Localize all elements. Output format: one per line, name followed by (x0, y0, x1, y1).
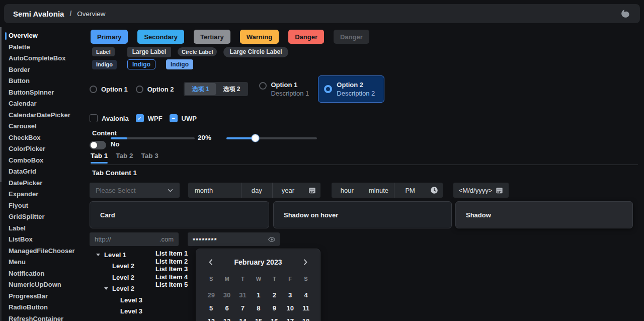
slider-2[interactable] (226, 137, 317, 139)
calendar-date-picker[interactable]: <M/d/yyyy> (453, 183, 509, 198)
segment-option[interactable]: 选项 1 (185, 83, 216, 95)
sidebar-item[interactable]: ComboBox (2, 155, 87, 167)
sidebar-item[interactable]: Calendar (2, 98, 87, 110)
sidebar-item[interactable]: DatePicker (2, 178, 87, 189)
segment-option[interactable]: 选项 2 (216, 83, 247, 95)
eye-icon[interactable] (268, 235, 276, 244)
tab[interactable]: Tab 1 (91, 152, 108, 164)
tree-node[interactable]: Level 2 (90, 272, 155, 283)
sidebar-item[interactable]: Palette (2, 42, 87, 53)
tab[interactable]: Tab 2 (116, 152, 133, 164)
calendar-day-cell[interactable]: 29 (203, 288, 219, 301)
date-month-segment[interactable]: month (188, 183, 241, 198)
sidebar-item[interactable]: Expander (2, 189, 87, 200)
calendar-day-cell[interactable]: 30 (219, 288, 234, 301)
expand-arrow-icon[interactable] (104, 287, 108, 290)
demo-button[interactable]: Danger (288, 30, 324, 44)
sidebar-item[interactable]: Overview (2, 30, 87, 42)
tree-node[interactable]: Level 2 (90, 283, 155, 295)
list-item[interactable]: List Item 1 (155, 250, 194, 258)
calendar-month-title[interactable]: February 2023 (216, 258, 300, 266)
calendar-day-cell[interactable]: 10 (282, 301, 298, 314)
date-year-segment[interactable]: year (272, 183, 303, 198)
calendar-day-cell[interactable]: 31 (235, 288, 251, 301)
sidebar-item[interactable]: ManagedFileChooser (2, 246, 87, 257)
sidebar-item[interactable]: GridSplitter (2, 211, 87, 223)
checkbox[interactable]: – UWP (170, 114, 197, 122)
tree-node[interactable]: Level 1 (90, 249, 155, 261)
tree-node[interactable]: Level 2 (90, 261, 155, 272)
calendar-day-cell[interactable]: 14 (235, 314, 251, 321)
calendar-day-cell[interactable]: 9 (267, 301, 282, 314)
slider-1[interactable] (111, 137, 195, 139)
sidebar-item[interactable]: Flyout (2, 200, 87, 212)
sidebar-item[interactable]: Notification (2, 268, 87, 280)
toggle-switch[interactable] (90, 141, 106, 149)
list-item[interactable]: List Item 5 (155, 281, 194, 289)
sidebar-item[interactable]: RefreshContainer (2, 313, 87, 321)
sidebar-item[interactable]: CheckBox (2, 132, 87, 144)
sidebar-item[interactable]: CalendarDatePicker (2, 110, 87, 121)
radio-with-description[interactable]: Option 1 Description 1 (259, 81, 309, 98)
sidebar-item[interactable]: ColorPicker (2, 143, 87, 155)
expand-arrow-icon[interactable] (96, 254, 100, 256)
calendar-day-cell[interactable]: 17 (282, 314, 298, 321)
tab[interactable]: Tab 3 (141, 152, 158, 164)
radio-option-1[interactable]: Option 1 (90, 86, 128, 93)
demo-button[interactable]: Secondary (137, 30, 184, 44)
card[interactable]: Card (90, 201, 269, 228)
demo-button[interactable]: Danger (334, 30, 369, 44)
card[interactable]: Shadow (455, 201, 633, 228)
tree-node[interactable]: Level 3 (90, 294, 155, 306)
list-item[interactable]: List Item 3 (155, 265, 194, 273)
time-hour-segment[interactable]: hour (332, 183, 363, 198)
sidebar-item[interactable]: Label (2, 223, 87, 234)
slider-2-thumb[interactable] (252, 134, 259, 142)
calendar-day-cell[interactable]: 16 (267, 314, 282, 321)
calendar-day-cell[interactable]: 6 (219, 301, 234, 314)
demo-button[interactable]: Tertiary (194, 30, 230, 44)
date-day-segment[interactable]: day (241, 183, 272, 198)
sidebar-item[interactable]: DataGrid (2, 166, 87, 178)
calendar-day-cell[interactable]: 1 (251, 288, 266, 301)
sidebar-item[interactable]: Carousel (2, 121, 87, 132)
calendar-day-cell[interactable]: 3 (282, 288, 298, 301)
radio-option-2[interactable]: Option 2 (136, 86, 174, 93)
time-minute-segment[interactable]: minute (363, 183, 394, 198)
tree-node[interactable]: Level 3 (90, 306, 155, 317)
sidebar-item[interactable]: RadioButton (2, 302, 87, 313)
clock-icon-button[interactable] (426, 183, 443, 198)
calendar-prev-button[interactable] (205, 257, 216, 268)
sidebar-item[interactable]: ButtonSpinner (2, 87, 87, 99)
card[interactable]: Shadow on hover (273, 201, 452, 228)
calendar-day-cell[interactable]: 8 (251, 301, 266, 314)
list-item[interactable]: List Item 2 (155, 258, 194, 266)
calendar-day-cell[interactable]: 5 (203, 301, 219, 314)
sidebar-item[interactable]: ProgressBar (2, 291, 87, 302)
calendar-day-cell[interactable]: 15 (251, 314, 266, 321)
sidebar-item[interactable]: NumericUpDown (2, 279, 87, 291)
sidebar-item[interactable]: Menu (2, 257, 87, 268)
calendar-next-button[interactable] (300, 257, 311, 268)
demo-button[interactable]: Primary (91, 30, 128, 44)
calendar-icon-button[interactable] (303, 183, 320, 198)
sidebar-item[interactable]: AutoCompleteBox (2, 53, 87, 64)
checkbox[interactable]: Avalonia (90, 114, 129, 122)
calendar-day-cell[interactable]: 18 (298, 314, 313, 321)
calendar-day-cell[interactable]: 13 (219, 314, 234, 321)
time-meridiem-segment[interactable]: PM (394, 183, 426, 198)
calendar-day-cell[interactable]: 11 (298, 301, 313, 314)
radio-card-selected[interactable]: Option 2 Description 2 (318, 75, 384, 103)
demo-button[interactable]: Warning (240, 30, 279, 44)
calendar-day-cell[interactable]: 2 (267, 288, 282, 301)
checkbox[interactable]: ✓ WPF (136, 114, 163, 122)
sidebar-item[interactable]: ListBox (2, 234, 87, 246)
calendar-day-cell[interactable]: 4 (298, 288, 313, 301)
combobox[interactable]: Please Select (90, 183, 180, 198)
password-input[interactable]: ******** (188, 232, 280, 246)
calendar-day-cell[interactable]: 7 (235, 301, 251, 314)
list-item[interactable]: List Item 4 (155, 273, 194, 281)
url-input[interactable]: http:// .com (90, 232, 179, 246)
sidebar-item[interactable]: Border (2, 64, 87, 76)
calendar-day-cell[interactable]: 12 (203, 314, 219, 321)
